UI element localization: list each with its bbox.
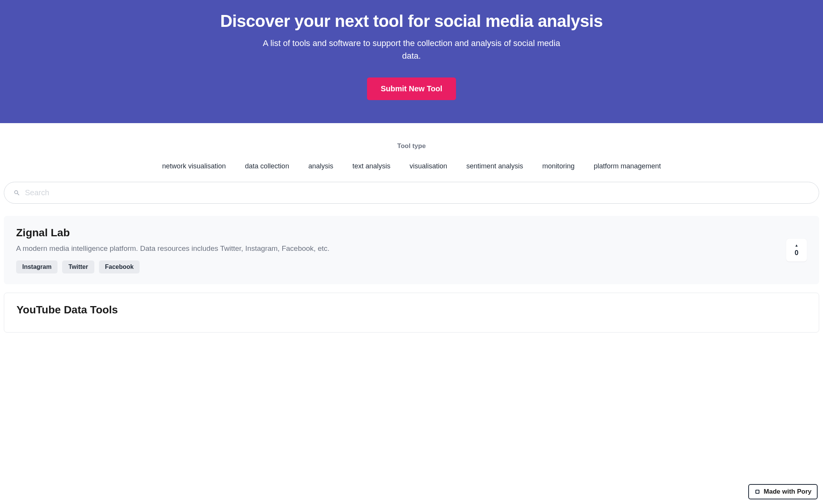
filter-item-monitoring[interactable]: monitoring — [542, 162, 574, 170]
filter-item-sentiment-analysis[interactable]: sentiment analysis — [466, 162, 523, 170]
tag-twitter[interactable]: Twitter — [62, 260, 94, 273]
cards-wrapper: Zignal Lab A modern media intelligence p… — [0, 211, 823, 346]
search-icon — [13, 189, 20, 196]
upvote-button[interactable]: ▲ 0 — [786, 239, 807, 262]
filter-row: network visualisation data collection an… — [8, 162, 815, 170]
filter-item-network-visualisation[interactable]: network visualisation — [162, 162, 226, 170]
search-input[interactable] — [25, 188, 810, 197]
card-description: A modern media intelligence platform. Da… — [16, 244, 361, 253]
submit-new-tool-button[interactable]: Submit New Tool — [367, 77, 456, 100]
hero-title: Discover your next tool for social media… — [8, 12, 815, 31]
filter-label: Tool type — [8, 142, 815, 150]
tool-card[interactable]: YouTube Data Tools — [4, 293, 819, 333]
filter-item-visualisation[interactable]: visualisation — [410, 162, 447, 170]
filter-section: Tool type network visualisation data col… — [0, 123, 823, 182]
hero-section: Discover your next tool for social media… — [0, 0, 823, 123]
search-wrapper — [0, 182, 823, 211]
tag-instagram[interactable]: Instagram — [16, 260, 58, 273]
filter-item-analysis[interactable]: analysis — [308, 162, 333, 170]
card-title: YouTube Data Tools — [16, 304, 807, 316]
upvote-arrow-icon: ▲ — [795, 244, 798, 247]
hero-subtitle: A list of tools and software to support … — [254, 37, 569, 62]
tag-row: Instagram Twitter Facebook — [16, 260, 807, 273]
filter-item-data-collection[interactable]: data collection — [245, 162, 289, 170]
filter-item-platform-management[interactable]: platform management — [594, 162, 661, 170]
card-title: Zignal Lab — [16, 227, 807, 239]
tool-card[interactable]: Zignal Lab A modern media intelligence p… — [4, 216, 819, 284]
search-container[interactable] — [4, 182, 819, 204]
upvote-count: 0 — [795, 249, 798, 257]
tag-facebook[interactable]: Facebook — [99, 260, 140, 273]
filter-item-text-analysis[interactable]: text analysis — [352, 162, 390, 170]
